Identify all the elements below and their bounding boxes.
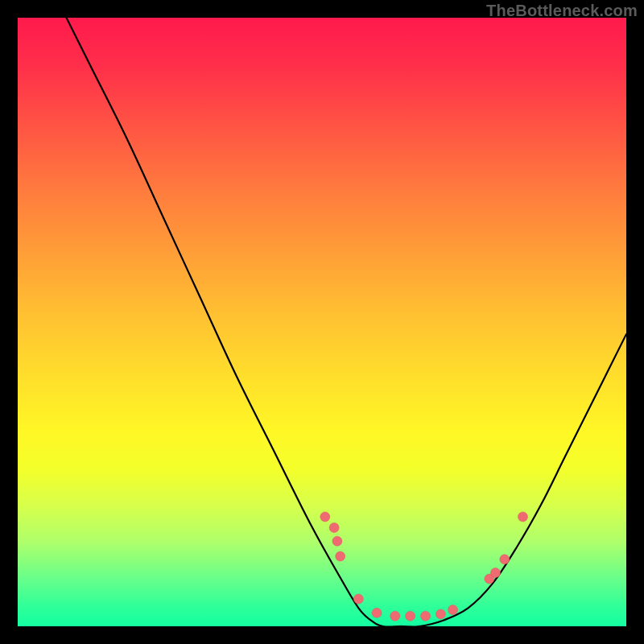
highlight-dot xyxy=(353,594,363,604)
highlight-dot xyxy=(329,523,339,533)
highlight-dot xyxy=(518,512,527,522)
highlight-dot xyxy=(332,536,342,546)
highlight-dot xyxy=(390,611,400,621)
highlight-dot xyxy=(320,512,330,522)
highlight-dot xyxy=(372,608,382,617)
highlight-dot xyxy=(500,555,510,564)
highlight-dot xyxy=(490,568,500,577)
highlight-dots xyxy=(320,512,528,621)
highlight-dot xyxy=(336,551,345,561)
chart-svg xyxy=(18,18,626,626)
highlight-dot xyxy=(448,605,458,615)
highlight-dot xyxy=(436,609,445,619)
highlight-dot xyxy=(421,611,431,621)
highlight-dot xyxy=(406,611,415,621)
bottleneck-curve xyxy=(66,18,626,627)
plot-area xyxy=(18,18,626,626)
chart-stage: TheBottleneck.com xyxy=(0,0,644,644)
